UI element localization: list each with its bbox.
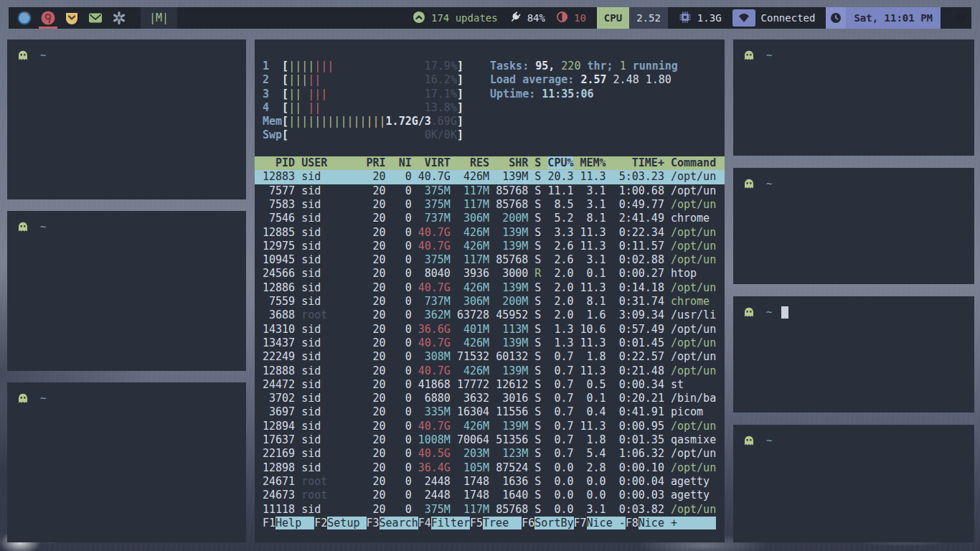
process-row[interactable]: 12894 sid 20 0 40.7G 426M 139M S 0.7 11.… bbox=[263, 420, 717, 433]
shell-prompt: ~ bbox=[733, 296, 974, 319]
contrast-icon bbox=[556, 11, 568, 25]
load-line: Load average: 2.57 2.48 1.80 bbox=[490, 73, 678, 87]
cpu-label: CPU bbox=[597, 7, 629, 29]
shell-prompt: ~ bbox=[7, 39, 246, 62]
terminal-window-right-4[interactable]: ~ bbox=[733, 425, 974, 542]
process-row[interactable]: 12975 sid 20 0 40.7G 426M 139M S 2.6 11.… bbox=[263, 240, 717, 253]
process-row[interactable]: 7559 sid 20 0 737M 306M 200M S 2.0 8.1 0… bbox=[263, 295, 717, 309]
cwd-label: ~ bbox=[766, 435, 772, 446]
speaker-icon bbox=[953, 11, 967, 26]
mail-icon[interactable] bbox=[88, 7, 103, 29]
cwd-label: ~ bbox=[40, 392, 46, 404]
process-row[interactable]: 14310 sid 20 0 36.6G 401M 113M S 1.3 10.… bbox=[263, 323, 717, 336]
cwd-label: ~ bbox=[766, 178, 772, 189]
tasks-line: Tasks: 95, 220 thr; 1 running bbox=[490, 60, 678, 73]
function-key-bar[interactable]: F1Help F2Setup F3SearchF4FilterF5Tree F6… bbox=[263, 517, 717, 530]
datetime-label: Sat, 11:01 PM bbox=[846, 7, 941, 29]
process-row[interactable]: 22169 sid 20 0 40.5G 203M 123M S 0.7 5.4… bbox=[263, 447, 717, 461]
htop-output: 1 [||||||| 17.9%]2 [||||| 16.2%]3 [|| ||… bbox=[255, 39, 725, 530]
process-row[interactable]: 24673 root 20 0 2448 1748 1640 S 0.0 0.0… bbox=[263, 489, 717, 502]
wifi-icon bbox=[732, 9, 755, 27]
process-row[interactable]: 24472 sid 20 0 41868 17772 12612 S 0.7 0… bbox=[263, 378, 717, 392]
clock-icon bbox=[826, 7, 846, 29]
text-cursor[interactable] bbox=[781, 306, 788, 319]
plug-icon bbox=[509, 11, 522, 26]
status-bar: |M| 174 updates 84% 10 CPU 2.52 1.3G Con… bbox=[9, 7, 971, 29]
memory-value: 1.3G bbox=[697, 12, 722, 24]
red-browser-icon[interactable] bbox=[40, 7, 56, 29]
process-row[interactable]: 11118 sid 20 0 375M 117M 85768 S 0.0 3.1… bbox=[263, 503, 717, 517]
ghost-prompt-icon bbox=[743, 178, 755, 189]
taskbar: |M| bbox=[9, 7, 177, 29]
process-row[interactable]: 17637 sid 20 0 1008M 70064 51356 S 0.7 1… bbox=[263, 433, 717, 447]
updates-indicator[interactable]: 174 updates bbox=[413, 7, 498, 29]
terminal-window-right-1[interactable]: ~ bbox=[733, 39, 974, 156]
shell-prompt: ~ bbox=[7, 382, 246, 405]
terminal-window-right-2[interactable]: ~ bbox=[733, 168, 974, 284]
status-indicators: 174 updates 84% 10 CPU 2.52 1.3G Connect… bbox=[413, 7, 971, 29]
process-row[interactable]: 12898 sid 20 0 36.4G 105M 87524 S 0.0 2.… bbox=[263, 461, 717, 475]
process-row[interactable]: 7546 sid 20 0 737M 306M 200M S 5.2 8.1 2… bbox=[263, 212, 717, 225]
swap-meter: Swp[ 0K/0K] bbox=[263, 128, 717, 142]
uptime-line: Uptime: 11:35:06 bbox=[490, 88, 678, 101]
terminal-window-left-3[interactable]: ~ bbox=[7, 382, 246, 542]
updates-icon bbox=[413, 11, 425, 26]
ghost-prompt-icon bbox=[17, 50, 29, 61]
process-row[interactable]: 3702 sid 20 0 6880 3632 3016 S 0.7 0.1 0… bbox=[263, 392, 717, 405]
terminal-window-left-2[interactable]: ~ bbox=[7, 211, 246, 371]
process-row[interactable]: 7583 sid 20 0 375M 117M 85768 S 8.5 3.1 … bbox=[263, 198, 717, 212]
process-table-header[interactable]: PID USER PRI NI VIRT RES SHR S CPU% MEM%… bbox=[255, 156, 725, 170]
blank-line bbox=[263, 143, 717, 156]
memory-indicator[interactable]: 1.3G bbox=[679, 7, 722, 29]
power-percent: 84% bbox=[527, 12, 545, 24]
process-row[interactable]: 3688 root 20 0 362M 63728 45952 S 2.0 1.… bbox=[263, 309, 717, 322]
shell-prompt: ~ bbox=[733, 39, 974, 62]
cwd-label: ~ bbox=[766, 306, 772, 318]
ghost-prompt-icon bbox=[743, 306, 755, 318]
network-indicator[interactable]: Connected bbox=[732, 7, 816, 29]
ghost-prompt-icon bbox=[743, 435, 755, 446]
process-row[interactable]: 24671 root 20 0 2448 1748 1636 S 0.0 0.0… bbox=[263, 475, 717, 489]
network-status: Connected bbox=[761, 12, 816, 24]
process-row[interactable]: 12886 sid 20 0 40.7G 426M 139M S 2.0 11.… bbox=[263, 281, 717, 295]
process-row[interactable]: 22249 sid 20 0 308M 71532 60132 S 0.7 1.… bbox=[263, 350, 717, 364]
process-row[interactable]: 24566 sid 20 0 8040 3936 3000 R 2.0 0.1 … bbox=[263, 267, 717, 281]
process-row[interactable]: 13437 sid 20 0 40.7G 426M 139M S 1.3 11.… bbox=[263, 336, 717, 350]
pocket-icon[interactable] bbox=[64, 7, 80, 29]
cpu-value: 2.52 bbox=[629, 7, 668, 29]
settings-icon[interactable] bbox=[111, 7, 127, 29]
htop-summary: Tasks: 95, 220 thr; 1 runningLoad averag… bbox=[490, 60, 678, 101]
shell-prompt: ~ bbox=[7, 211, 246, 233]
shell-prompt: ~ bbox=[733, 425, 974, 447]
shell-prompt: ~ bbox=[733, 168, 974, 190]
cwd-label: ~ bbox=[766, 50, 772, 61]
process-row[interactable]: 10945 sid 20 0 375M 117M 85768 S 2.6 3.1… bbox=[263, 253, 717, 267]
ghost-prompt-icon bbox=[17, 392, 29, 404]
terminal-window-right-3-focused[interactable]: ~ bbox=[733, 296, 974, 413]
ghost-prompt-icon bbox=[743, 50, 755, 61]
cpu-meter: 4 [|| || 13.8%] bbox=[263, 101, 717, 115]
contrast-indicator[interactable]: 10 bbox=[556, 7, 586, 29]
volume-indicator[interactable] bbox=[953, 11, 971, 26]
process-row[interactable]: 7577 sid 20 0 375M 117M 85768 S 11.1 3.1… bbox=[263, 184, 717, 198]
workspace-indicator[interactable]: |M| bbox=[141, 7, 177, 29]
memory-chip-icon bbox=[679, 11, 692, 26]
process-row[interactable]: 12885 sid 20 0 40.7G 426M 139M S 3.3 11.… bbox=[263, 226, 717, 240]
htop-terminal-window[interactable]: 1 [||||||| 17.9%]2 [||||| 16.2%]3 [|| ||… bbox=[255, 39, 725, 542]
process-row[interactable]: 12883 sid 20 0 40.7G 426M 139M S 20.3 11… bbox=[255, 170, 725, 184]
ghost-prompt-icon bbox=[17, 221, 29, 232]
power-indicator[interactable]: 84% bbox=[509, 7, 545, 29]
contrast-value: 10 bbox=[574, 12, 586, 24]
updates-label: 174 updates bbox=[431, 12, 498, 24]
cpu-indicator[interactable]: CPU 2.52 bbox=[597, 7, 668, 29]
terminal-window-left-1[interactable]: ~ bbox=[7, 39, 246, 199]
clock-indicator[interactable]: Sat, 11:01 PM bbox=[826, 7, 941, 29]
firefox-icon[interactable] bbox=[17, 7, 32, 29]
memory-meter: Mem[|||||||||||||||1.72G/3.69G] bbox=[263, 115, 717, 128]
process-row[interactable]: 3697 sid 20 0 335M 16304 11556 S 0.7 0.4… bbox=[263, 405, 717, 419]
cwd-label: ~ bbox=[40, 221, 46, 232]
desktop: { "bar": { "taskbar": { "icons": ["firef… bbox=[0, 0, 980, 551]
process-row[interactable]: 12888 sid 20 0 40.7G 426M 139M S 0.7 11.… bbox=[263, 364, 717, 378]
cwd-label: ~ bbox=[40, 50, 46, 61]
